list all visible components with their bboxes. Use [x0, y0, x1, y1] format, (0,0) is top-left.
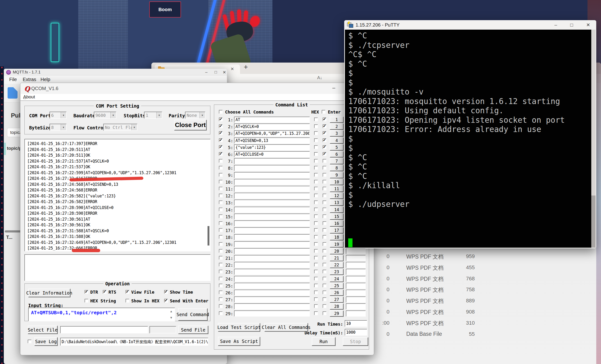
command-hex-checkbox[interactable] [314, 291, 318, 294]
command-enter-checkbox[interactable]: ✓ [323, 118, 326, 121]
command-run-button[interactable]: 4 [330, 137, 343, 144]
bytesize-dropdown[interactable]: 8▼ [50, 124, 67, 131]
command-hex-checkbox[interactable] [314, 304, 318, 308]
choose-all-commands-checkbox[interactable] [219, 110, 223, 114]
command-run-button[interactable]: 13 [330, 200, 343, 206]
command-enter-checkbox[interactable] [323, 214, 326, 218]
command-input-field[interactable] [234, 283, 310, 289]
menu-extras[interactable]: Extras [23, 77, 36, 82]
command-enter-checkbox[interactable] [323, 256, 326, 260]
serial-log-output[interactable]: [2024-01-25_16:27:17:397]ERROR[2024-01-2… [24, 139, 210, 252]
command-hex-checkbox[interactable] [314, 311, 318, 315]
command-enter-checkbox[interactable] [323, 173, 326, 177]
command-run-button[interactable]: 7 [330, 158, 343, 164]
minimize-button[interactable]: – [202, 69, 210, 75]
stopbits-dropdown[interactable]: 1▼ [144, 112, 162, 119]
command-enter-checkbox[interactable] [323, 277, 326, 281]
command-hex-checkbox[interactable] [314, 173, 318, 177]
command-enter-checkbox[interactable] [323, 263, 326, 267]
command-input-field[interactable] [234, 255, 310, 261]
command-hex-checkbox[interactable] [314, 138, 318, 142]
checkbox-show-in-hex[interactable] [126, 299, 129, 303]
command-input-field[interactable] [234, 234, 310, 240]
command-input-field[interactable]: AT+QSCLK=0 [234, 123, 310, 130]
horizontal-scrollbar[interactable] [5, 230, 22, 233]
checkbox-hex-string[interactable] [85, 299, 88, 303]
delay-time-field[interactable]: 1000 [345, 329, 367, 335]
command-run-button[interactable]: 19 [330, 241, 343, 247]
command-enter-checkbox[interactable] [323, 159, 326, 163]
command-input-field[interactable]: AT [234, 117, 310, 123]
command-run-button[interactable]: 18 [330, 234, 343, 240]
command-input-field[interactable] [234, 165, 310, 171]
command-input-field[interactable] [234, 269, 310, 275]
send-command-button[interactable]: Send Command [178, 308, 208, 321]
command-extra-field[interactable] [346, 290, 366, 296]
command-extra-field[interactable] [346, 269, 366, 275]
scroll-up-icon[interactable]: ▲ [170, 310, 173, 313]
command-input-field[interactable] [234, 310, 310, 317]
command-hex-checkbox[interactable] [314, 221, 318, 225]
baudrate-dropdown[interactable]: 9600▼ [94, 112, 116, 119]
menu-file[interactable]: File [9, 77, 17, 82]
command-input-field[interactable] [234, 248, 310, 254]
command-input-field[interactable] [234, 207, 310, 213]
command-enter-checkbox[interactable] [323, 297, 326, 301]
command-hex-checkbox[interactable] [314, 180, 318, 184]
bottom-list-item[interactable]: T... [6, 235, 12, 240]
command-run-button[interactable]: 17 [330, 227, 343, 233]
command-run-button[interactable]: 28 [330, 303, 343, 310]
command-hex-checkbox[interactable] [314, 270, 318, 273]
command-run-button[interactable]: 10 [330, 179, 343, 185]
maximize-button[interactable]: □ [567, 21, 576, 29]
command-input-field[interactable] [234, 262, 310, 268]
minimize-button[interactable]: – [330, 85, 337, 91]
command-run-button[interactable]: 27 [330, 296, 343, 303]
command-extra-field[interactable] [346, 248, 366, 254]
command-enter-checkbox[interactable] [323, 235, 326, 239]
chevron-down-icon[interactable]: ▼ [131, 124, 137, 130]
command-enter-checkbox[interactable] [323, 187, 326, 191]
command-hex-checkbox[interactable] [314, 166, 318, 170]
command-run-button[interactable]: 12 [330, 193, 343, 199]
parity-dropdown[interactable]: None▼ [185, 112, 205, 119]
command-enter-checkbox[interactable]: ✓ [323, 138, 326, 142]
command-extra-field[interactable] [346, 276, 366, 282]
command-enter-checkbox[interactable] [323, 208, 326, 211]
command-enter-checkbox[interactable] [323, 221, 326, 225]
save-log-button[interactable]: Save Log [34, 337, 58, 346]
log-path-field[interactable]: D:\BaiduNetdiskDownload\《NB-IoT开发指南》配套资料… [60, 338, 208, 346]
command-hex-checkbox[interactable] [314, 118, 318, 121]
command-enter-checkbox[interactable] [323, 180, 326, 184]
command-input-field[interactable] [234, 213, 310, 220]
chevron-down-icon[interactable]: ▼ [110, 112, 116, 118]
command-run-button[interactable]: 16 [330, 220, 343, 227]
command-extra-field[interactable] [346, 283, 366, 289]
command-input-field[interactable] [234, 158, 310, 164]
command-input-field[interactable]: AT+QISEND=0,13 [234, 137, 310, 144]
command-input-field[interactable] [234, 241, 310, 247]
command-input-field[interactable]: AT+QICLOSE=0 [234, 151, 310, 157]
command-input-field[interactable] [234, 193, 310, 199]
command-input-field[interactable] [234, 296, 310, 303]
command-enter-checkbox[interactable] [323, 242, 326, 246]
command-enter-checkbox[interactable]: ✓ [323, 131, 326, 135]
command-hex-checkbox[interactable] [314, 194, 318, 197]
command-hex-checkbox[interactable] [314, 235, 318, 239]
command-enter-checkbox[interactable]: ✓ [323, 152, 326, 156]
command-run-button[interactable]: 24 [330, 276, 343, 282]
command-enter-checkbox[interactable] [323, 291, 326, 294]
chevron-down-icon[interactable]: ▼ [61, 112, 66, 118]
command-hex-checkbox[interactable] [314, 145, 318, 149]
command-run-button[interactable]: 11 [330, 186, 343, 192]
command-enter-checkbox[interactable] [323, 270, 326, 273]
command-run-button[interactable]: 9 [330, 172, 343, 178]
command-extra-field[interactable] [346, 255, 366, 261]
command-input-field[interactable] [234, 172, 310, 178]
flow-control-dropdown[interactable]: No Ctrl Flow▼ [103, 124, 137, 131]
command-run-button[interactable]: 8 [330, 165, 343, 171]
input-string-field[interactable]: AT+QMTSUB=0,1,"topic/report",2 ▲ ▼ [28, 308, 175, 321]
command-extra-field[interactable] [346, 262, 366, 268]
command-hex-checkbox[interactable] [314, 228, 318, 232]
command-input-field[interactable] [234, 220, 310, 227]
